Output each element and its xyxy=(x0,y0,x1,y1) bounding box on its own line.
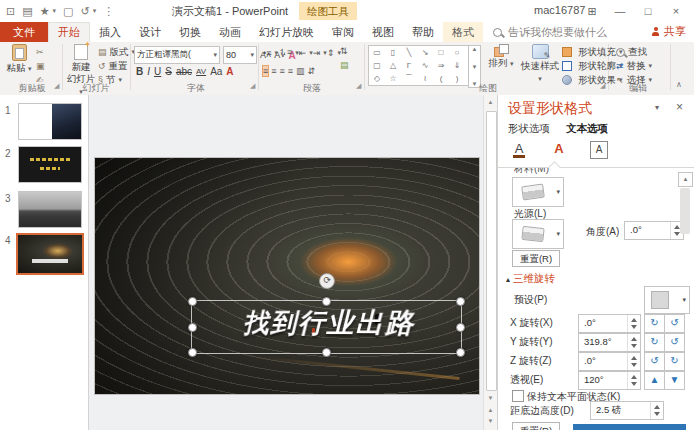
quick-styles-button[interactable]: 快速样式 ▾ xyxy=(520,44,560,84)
tab-设计[interactable]: 设计 xyxy=(130,22,170,42)
convert-smartart-icon[interactable]: ▤ xyxy=(340,60,349,70)
tab-text-options[interactable]: 文本选项 xyxy=(566,122,608,136)
shape-⇓[interactable]: ⇓ xyxy=(449,59,465,72)
rotate-button-a-2[interactable]: ↻ xyxy=(644,333,665,352)
change-case-icon[interactable]: Aa xyxy=(210,66,222,77)
panel-close-icon[interactable]: × xyxy=(676,100,683,114)
tab-格式[interactable]: 格式 xyxy=(443,22,483,42)
slide-thumbnail-3[interactable] xyxy=(18,191,82,228)
shape-≀[interactable]: ≀ xyxy=(417,72,433,85)
shape-∿[interactable]: ∿ xyxy=(417,59,433,72)
text-fill-icon[interactable]: A xyxy=(508,139,530,161)
resize-handle-s[interactable] xyxy=(322,348,331,357)
start-slideshow-icon[interactable]: ⊡ xyxy=(6,3,15,19)
panel-scroll-up-icon[interactable]: ▲ xyxy=(678,172,693,187)
font-dialog-launcher[interactable]: ◢ xyxy=(250,82,255,90)
preset-dropdown[interactable]: ▾ xyxy=(644,286,690,314)
resize-handle-nw[interactable] xyxy=(188,297,197,306)
slide-title-text[interactable]: 找到行业出路 xyxy=(200,304,466,342)
scrollbar-thumb[interactable] xyxy=(486,111,497,391)
resize-handle-se[interactable] xyxy=(456,348,465,357)
rotate-button-a-3[interactable]: ↺ xyxy=(644,352,665,371)
increase-indent-icon[interactable]: ⇥ xyxy=(313,48,321,58)
undo-icon[interactable]: ↺ xyxy=(80,3,89,19)
rotation-spin-arrows-3[interactable] xyxy=(627,353,640,370)
bold-icon[interactable]: B xyxy=(136,66,143,77)
tab-插入[interactable]: 插入 xyxy=(90,22,130,42)
collapse-ribbon-icon[interactable]: ∧ xyxy=(676,80,682,89)
shape-▯[interactable]: ▯ xyxy=(385,46,401,59)
rotate-button-b-3[interactable]: ↻ xyxy=(664,352,685,371)
italic-icon[interactable]: I xyxy=(147,66,150,77)
layout-button[interactable]: ▤版式▾ xyxy=(98,46,135,58)
text-selection-box[interactable]: ⟳ 找到行业出路 xyxy=(191,300,462,354)
underline-icon[interactable]: U xyxy=(154,66,161,77)
slide-thumbnail-1[interactable] xyxy=(18,103,82,140)
rotation-spinner-2[interactable]: 319.8° xyxy=(578,333,641,352)
shape-fill-button[interactable]: 形状填充 ▾ xyxy=(562,46,623,58)
tab-动画[interactable]: 动画 xyxy=(210,22,250,42)
shape-□[interactable]: □ xyxy=(433,46,449,59)
shape-Γ[interactable]: Γ xyxy=(401,59,417,72)
font-color-icon[interactable]: A xyxy=(226,66,233,77)
shape-▭[interactable]: ▭ xyxy=(369,46,385,59)
rotation-spin-arrows-1[interactable] xyxy=(627,315,640,332)
tab-视图[interactable]: 视图 xyxy=(363,22,403,42)
tab-审阅[interactable]: 审阅 xyxy=(323,22,363,42)
rotate-button-b-4[interactable]: ▼ xyxy=(664,371,685,390)
reset-slide-button[interactable]: ↺重置 xyxy=(98,60,135,72)
rotate-button-b-1[interactable]: ↺ xyxy=(664,314,685,333)
strikethrough-icon[interactable]: S xyxy=(165,66,172,77)
reset-rotation-button[interactable]: 重置(R) xyxy=(512,422,560,430)
arrange-button[interactable]: 排列 ▾ xyxy=(486,44,516,69)
slide-thumbnail-4[interactable] xyxy=(16,233,84,275)
paste-button[interactable]: 粘贴 ▾ xyxy=(4,44,34,74)
maximize-icon[interactable]: □ xyxy=(634,0,662,22)
canvas-scrollbar[interactable]: ▲ ▼ ▲ ▼ xyxy=(483,95,497,430)
columns-icon[interactable]: ▥ xyxy=(296,66,305,76)
customize-qat-icon[interactable]: ⋮ xyxy=(103,3,114,19)
numbering-icon[interactable]: ⒈≡ xyxy=(278,46,292,59)
shape-⇒[interactable]: ⇒ xyxy=(433,59,449,72)
text-effects-icon[interactable]: A xyxy=(548,139,570,161)
text-shadow-icon[interactable]: abc xyxy=(176,66,192,77)
shape-☆[interactable]: ☆ xyxy=(385,72,401,85)
reset-lighting-button[interactable]: 重置(R) xyxy=(512,250,560,267)
angle-spinner[interactable]: .0° xyxy=(624,221,684,240)
minimize-icon[interactable]: — xyxy=(606,0,634,22)
copy-icon[interactable]: ▣ xyxy=(36,60,45,72)
shapes-gallery[interactable]: ▭▯╲↘□○▢△Γ∿⇒⇓◇☆⌒≀() xyxy=(368,45,469,86)
drawing-dialog-launcher[interactable]: ◢ xyxy=(600,82,605,90)
shapes-scroll-down-icon[interactable]: ▼ xyxy=(472,64,478,70)
text-direction-icon[interactable]: ⇵ xyxy=(308,66,316,76)
rotation-spin-arrows-4[interactable] xyxy=(627,372,640,389)
panel-scrollbar-thumb[interactable] xyxy=(680,188,690,234)
shape-⌒[interactable]: ⌒ xyxy=(401,72,417,85)
tab-幻灯片放映[interactable]: 幻灯片放映 xyxy=(250,22,323,42)
tab-帮助[interactable]: 帮助 xyxy=(403,22,443,42)
shapes-scroll-up-icon[interactable]: ▲ xyxy=(472,46,478,52)
share-button[interactable]: 共享 xyxy=(651,24,686,39)
panel-menu-icon[interactable]: ▾ xyxy=(655,103,659,112)
scroll-up-icon[interactable]: ▲ xyxy=(485,97,496,108)
justify-icon[interactable]: ≡ xyxy=(288,66,293,76)
paragraph-dialog-launcher[interactable]: ◢ xyxy=(356,82,361,90)
distance-spin-arrows[interactable] xyxy=(650,402,663,419)
tab-文件[interactable]: 文件 xyxy=(0,22,48,42)
find-button[interactable]: 查找 xyxy=(616,46,652,58)
next-slide-icon[interactable]: ▼ xyxy=(485,416,496,427)
rotate-button-a-1[interactable]: ↻ xyxy=(644,314,665,333)
shape-○[interactable]: ○ xyxy=(449,46,465,59)
slide-thumbnail-2[interactable] xyxy=(18,146,82,183)
preview-icon[interactable]: ▢ xyxy=(63,3,73,19)
tell-me-search[interactable]: 告诉我你想要做什么 xyxy=(493,22,607,42)
section-3d-rotation[interactable]: ▴三维旋转 xyxy=(506,272,555,286)
tab-开始[interactable]: 开始 xyxy=(48,22,90,42)
previous-slide-icon[interactable]: ▲ xyxy=(485,405,496,416)
rotate-button-a-4[interactable]: ▲ xyxy=(644,371,665,390)
cut-icon[interactable]: ✂ xyxy=(36,46,45,58)
tab-切换[interactable]: 切换 xyxy=(170,22,210,42)
material-dropdown[interactable]: ▾ xyxy=(512,177,564,207)
align-center-icon[interactable]: ≡ xyxy=(271,66,276,76)
line-spacing-icon[interactable]: ⇕ xyxy=(327,48,335,58)
